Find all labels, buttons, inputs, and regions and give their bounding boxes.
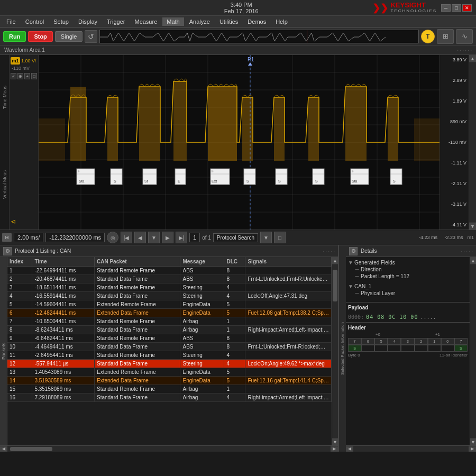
trigger-button[interactable]: T bbox=[421, 30, 435, 43]
menu-file[interactable]: File bbox=[2, 17, 20, 26]
minimize-button[interactable]: ─ bbox=[441, 4, 451, 12]
details-hscroll-right[interactable]: ▶ bbox=[469, 446, 476, 452]
table-row[interactable]: 5-14.59604411 msExtended Remote FrameEng… bbox=[7, 300, 332, 309]
channel-badge[interactable]: m1 bbox=[11, 57, 20, 65]
table-row[interactable]: 7-10.65004411 msStandard Remote FrameAir… bbox=[7, 317, 332, 326]
table-row[interactable]: 167.29188089 msStandard Data FrameAirbag… bbox=[7, 393, 332, 402]
cursor-icon-btn[interactable]: ⊞ bbox=[437, 29, 454, 44]
waveform-scrollbar[interactable]: ▲ ▼ bbox=[469, 55, 476, 230]
table-row[interactable]: 1-22.64994411 msStandard Remote FrameABS… bbox=[7, 267, 332, 275]
channel-icons: ✓ ⊕ + □ bbox=[11, 73, 37, 79]
nav-first[interactable]: |◀ bbox=[121, 232, 132, 243]
packet-settings-icon[interactable]: ⚙ bbox=[3, 247, 12, 255]
menu-control[interactable]: Control bbox=[21, 17, 48, 26]
expand-icon[interactable]: ▼ bbox=[348, 260, 353, 266]
can1-expand[interactable]: ▼ bbox=[348, 283, 353, 289]
cell-1: -22.64994411 ms bbox=[32, 267, 95, 275]
ch-checkbox[interactable]: ✓ bbox=[11, 73, 16, 79]
waveform-preview bbox=[99, 30, 419, 43]
menu-demos[interactable]: Demos bbox=[243, 17, 270, 26]
svg-text:F: F bbox=[352, 169, 354, 173]
cell-3: Airbag bbox=[180, 385, 224, 393]
nav-next[interactable]: ▶ bbox=[162, 232, 173, 243]
search-expand[interactable]: □ bbox=[274, 232, 286, 243]
nav-last[interactable]: ▶| bbox=[176, 232, 187, 243]
table-row[interactable]: 3-18.65114411 msStandard Remote FrameSte… bbox=[7, 283, 332, 292]
col-packet: CAN Packet bbox=[94, 257, 180, 267]
single-button[interactable]: Single bbox=[55, 31, 83, 42]
svg-rect-26 bbox=[308, 97, 319, 161]
cell-2: Standard Data Frame bbox=[94, 343, 180, 351]
menu-math[interactable]: Math bbox=[162, 17, 184, 26]
cell-2: Extended Data Frame bbox=[94, 377, 180, 385]
details-settings-icon[interactable]: ⚙ bbox=[349, 247, 358, 255]
details-hscroll-left[interactable]: ◀ bbox=[346, 446, 353, 452]
menu-display[interactable]: Display bbox=[74, 17, 102, 26]
refresh-button[interactable]: ↺ bbox=[85, 30, 97, 43]
timebase-offset[interactable]: -12.2322000000 ms bbox=[45, 233, 105, 242]
svg-rect-53 bbox=[276, 169, 287, 185]
ch-expand[interactable]: + bbox=[24, 73, 30, 79]
cell-4: 8 bbox=[224, 334, 245, 343]
table-row[interactable]: 8-8.62434411 msStandard Data FrameAirbag… bbox=[7, 326, 332, 334]
table-row[interactable]: 10-4.46494411 msStandard Data FrameABS8F… bbox=[7, 343, 332, 351]
details-scroll-down[interactable]: ▼ bbox=[470, 438, 476, 445]
table-row[interactable]: 143.51930589 msExtended Data FrameEngine… bbox=[7, 377, 332, 385]
menu-help[interactable]: Help bbox=[271, 17, 292, 26]
table-row[interactable]: 9-6.64824411 msStandard Remote FrameABS8 bbox=[7, 334, 332, 343]
search-dropdown[interactable]: ▼ bbox=[260, 232, 272, 243]
table-row[interactable]: 4-16.55914411 msStandard Data FrameSteer… bbox=[7, 292, 332, 300]
run-button[interactable]: Run bbox=[3, 31, 26, 42]
details-scrollbar[interactable]: ▲ ▼ bbox=[470, 257, 476, 445]
menu-measure[interactable]: Measure bbox=[130, 17, 161, 26]
cell-4: 5 bbox=[224, 309, 245, 317]
packet-scrollbar[interactable]: ▲ ▼ bbox=[332, 257, 338, 445]
details-scroll-track bbox=[470, 264, 476, 438]
table-row[interactable]: 6-12.48244411 msExtended Data FrameEngin… bbox=[7, 309, 332, 317]
menu-setup[interactable]: Setup bbox=[49, 17, 73, 26]
cell-2: Standard Data Frame bbox=[94, 393, 180, 402]
physical-layer-item: ─ Physical Layer bbox=[354, 290, 468, 297]
svg-text:Sta: Sta bbox=[352, 179, 358, 183]
packet-scroll-down[interactable]: ▼ bbox=[332, 438, 338, 445]
packet-length-value: Packet Length = 112 bbox=[361, 273, 409, 279]
payload-hex: 0000: 04 08 0C 10 00 ..... bbox=[348, 314, 468, 320]
menu-utilities[interactable]: Utilities bbox=[215, 17, 242, 26]
timing-left: -4.23 ms bbox=[419, 235, 437, 240]
table-row[interactable]: 131.40543089 msExtended Remote FrameEngi… bbox=[7, 368, 332, 377]
close-button[interactable]: ✕ bbox=[462, 4, 472, 12]
hscroll-left[interactable]: ◀ bbox=[0, 446, 7, 452]
packet-table-container[interactable]: Index Time CAN Packet Message DLC Signal… bbox=[7, 257, 332, 445]
time-display: 3:40 PM bbox=[231, 2, 252, 8]
hscroll-right[interactable]: ▶ bbox=[331, 446, 338, 452]
details-hscrollbar[interactable]: ◀ ▶ bbox=[346, 445, 476, 452]
table-row[interactable]: 155.35158089 msStandard Remote FrameAirb… bbox=[7, 385, 332, 393]
packet-hscrollbar[interactable]: ◀ ▶ bbox=[0, 445, 338, 452]
nav-prev[interactable]: ◀ bbox=[134, 232, 146, 243]
table-row[interactable]: 11-2.64954411 msStandard Remote FrameSte… bbox=[7, 351, 332, 360]
menu-trigger[interactable]: Trigger bbox=[103, 17, 129, 26]
svg-rect-29 bbox=[414, 118, 440, 161]
timebase-scale[interactable]: 2.00 ms/ bbox=[14, 233, 43, 242]
packet-scroll-up[interactable]: ▲ bbox=[332, 257, 338, 264]
brand-logo: ❯❯ KEYSIGHT TECHNOLOGIES bbox=[372, 2, 437, 14]
v-label-6: -1.11 V bbox=[442, 160, 466, 166]
ch-settings[interactable]: □ bbox=[31, 73, 37, 79]
measure-icon-btn[interactable]: ∿ bbox=[456, 29, 473, 44]
timebase-knob[interactable]: ◎ bbox=[107, 232, 118, 243]
table-row[interactable]: 2-20.46874411 msStandard Data FrameABS8F… bbox=[7, 275, 332, 283]
stop-button[interactable]: Stop bbox=[28, 31, 52, 42]
table-row[interactable]: 12-557.94411 µsStandard Data FrameSteeri… bbox=[7, 360, 332, 368]
ch-config[interactable]: ⊕ bbox=[17, 73, 23, 79]
can1-header: ▼ CAN_1 bbox=[348, 283, 468, 290]
maximize-button[interactable]: □ bbox=[452, 4, 461, 12]
menu-analyze[interactable]: Analyze bbox=[185, 17, 214, 26]
scroll-down-btn[interactable]: ▼ bbox=[469, 222, 476, 230]
cell-5: Right-impact:Armed;Left-impact:Deploy bbox=[245, 326, 332, 334]
scroll-up-btn[interactable]: ▲ bbox=[469, 55, 476, 62]
cell-3: EngineData bbox=[180, 368, 224, 377]
details-scroll-up[interactable]: ▲ bbox=[470, 257, 476, 264]
protocol-search[interactable]: Protocol Search bbox=[213, 233, 258, 242]
nav-down[interactable]: ▼ bbox=[148, 232, 160, 243]
cell-1: -4.46494411 ms bbox=[32, 343, 95, 351]
